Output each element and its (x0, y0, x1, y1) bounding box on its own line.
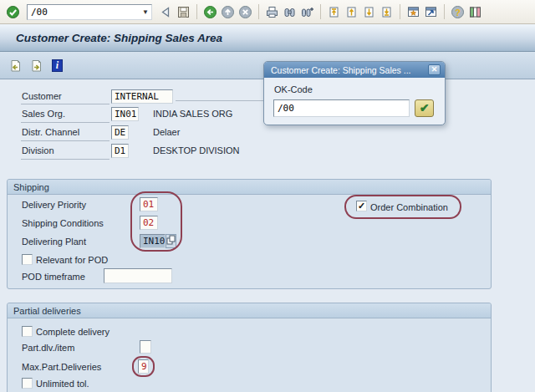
exit-icon[interactable] (221, 5, 235, 19)
find-next-icon[interactable] (300, 5, 314, 19)
toolbar-separator (400, 4, 400, 19)
confirm-button[interactable]: ✔ (415, 99, 434, 117)
create-shortcut-icon[interactable] (424, 5, 438, 19)
partial-deliveries-groupbox-title: Partial deliveries (13, 306, 81, 316)
delivering-plant-field[interactable]: IN10 (140, 234, 166, 248)
division-field[interactable]: D1 (111, 144, 129, 158)
relevant-for-pod-label: Relevant for POD (36, 255, 108, 265)
row-underline (21, 159, 110, 160)
system-toolbar: ▼ (0, 0, 535, 24)
next-screen-icon[interactable] (29, 59, 43, 73)
sales-org-label: Sales Org. (22, 109, 65, 119)
new-session-icon[interactable] (406, 5, 420, 19)
max-part-deliveries-label: Max.Part.Deliveries (22, 362, 101, 372)
customer-label: Customer (22, 91, 62, 101)
screen-title-bar: Customer Create: Shipping Sales Area (0, 24, 535, 52)
dialog-title: Customer Create: Shipping Sales ... (271, 65, 428, 75)
toolbar-separator (444, 4, 445, 19)
close-icon[interactable]: ✕ (428, 64, 441, 75)
distr-channel-field[interactable]: DE (111, 125, 129, 140)
unlimited-tol-checkbox[interactable] (22, 378, 33, 389)
back-triangle-icon[interactable] (159, 5, 173, 19)
matchcode-icon[interactable] (166, 234, 176, 248)
sales-org-desc: INDIA SALES ORG (153, 109, 232, 119)
shipping-conditions-label: Shipping Conditions (22, 218, 104, 228)
sales-org-field[interactable]: IN01 (111, 107, 139, 121)
last-page-icon[interactable] (380, 5, 394, 19)
division-desc: DESKTOP DIVISION (153, 145, 240, 155)
distr-channel-desc: Delaer (153, 127, 180, 137)
shipping-conditions-field[interactable]: 02 (140, 216, 158, 230)
delivery-priority-field[interactable]: 01 (140, 197, 158, 211)
ok-code-label: OK-Code (274, 84, 313, 94)
distr-channel-label: Distr. Channel (22, 127, 79, 137)
enter-icon[interactable] (6, 5, 20, 19)
find-icon[interactable] (283, 5, 297, 19)
back-icon[interactable] (203, 5, 217, 19)
page-title: Customer Create: Shipping Sales Area (16, 32, 222, 44)
row-underline (176, 100, 263, 101)
row-underline (21, 122, 110, 123)
first-page-icon[interactable] (327, 5, 341, 19)
shipping-groupbox-header: Shipping (8, 180, 491, 195)
part-dlv-item-field[interactable] (140, 340, 151, 354)
cancel-icon[interactable] (238, 5, 252, 19)
ok-code-input[interactable] (273, 99, 410, 117)
toolbar-separator (196, 4, 197, 19)
dialog-title-bar[interactable]: Customer Create: Shipping Sales ... ✕ (264, 62, 445, 78)
toolbar-separator (258, 4, 259, 19)
delivery-priority-label: Delivery Priority (22, 200, 86, 210)
delivering-plant-label: Delivering Plant (22, 237, 86, 247)
max-part-deliveries-field[interactable]: 9 (138, 359, 149, 374)
customer-field[interactable]: INTERNAL (111, 89, 173, 104)
command-field[interactable]: ▼ (27, 4, 152, 20)
partial-deliveries-groupbox-header: Partial deliveries (8, 303, 491, 318)
svg-text:?: ? (455, 7, 461, 17)
row-underline (21, 140, 110, 141)
toolbar-separator (320, 4, 321, 19)
part-dlv-item-label: Part.dlv./item (22, 343, 74, 353)
complete-delivery-label: Complete delivery (36, 327, 110, 337)
order-combination-checkbox[interactable]: ✓ (356, 201, 367, 211)
help-icon[interactable]: ? (451, 5, 465, 19)
print-icon[interactable] (265, 5, 279, 19)
division-label: Division (22, 145, 54, 155)
command-input[interactable] (28, 7, 140, 18)
pod-timeframe-label: POD timeframe (22, 272, 85, 282)
chevron-down-icon[interactable]: ▼ (140, 8, 151, 16)
relevant-for-pod-checkbox[interactable] (22, 254, 33, 265)
customize-layout-icon[interactable] (468, 5, 482, 19)
order-combination-label: Order Combination (370, 202, 448, 212)
next-page-icon[interactable] (362, 5, 376, 19)
pod-timeframe-field[interactable] (104, 268, 172, 283)
unlimited-tol-label: Unlimited tol. (36, 379, 89, 389)
row-underline (21, 104, 110, 104)
sap-window: ▼ (0, 0, 535, 392)
ok-code-dialog: Customer Create: Shipping Sales ... ✕ OK… (263, 61, 446, 125)
shipping-groupbox-title: Shipping (13, 182, 49, 192)
save-icon[interactable] (176, 5, 191, 19)
previous-screen-icon[interactable] (8, 59, 23, 73)
previous-page-icon[interactable] (344, 5, 359, 19)
complete-delivery-checkbox[interactable] (22, 326, 33, 337)
information-icon[interactable]: i (50, 59, 64, 73)
